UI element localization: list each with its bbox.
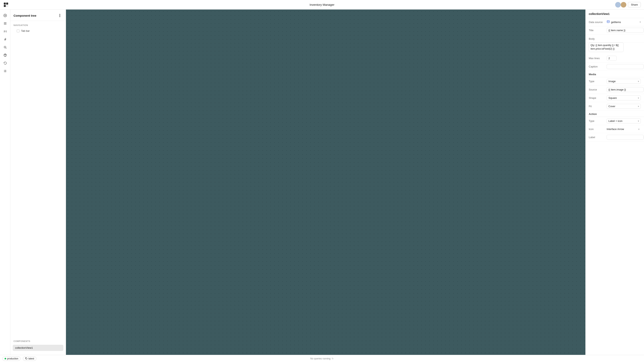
svg-point-17 <box>60 15 60 16</box>
svg-point-19 <box>60 16 60 17</box>
bottom-bar: production latest No queries running ↻ <box>0 355 644 362</box>
avatar-1[interactable] <box>615 2 621 7</box>
body-label: Body <box>589 37 607 40</box>
caption-input[interactable] <box>607 64 644 69</box>
svg-rect-1 <box>6 2 8 4</box>
right-panel-header: collectionView1 <box>586 9 644 18</box>
shape-select[interactable]: Square ▾ <box>607 95 641 100</box>
datasource-label: Data source <box>589 21 607 24</box>
svg-point-21 <box>26 358 26 358</box>
action-type-select[interactable]: Label + icon ▾ <box>607 119 641 123</box>
refresh-icon[interactable]: ↻ <box>332 357 334 360</box>
component-tree-action[interactable] <box>57 13 62 18</box>
db-icon <box>607 20 610 24</box>
left-panel: Component tree NAVIGATION Tab bar COMPON… <box>10 9 66 355</box>
app-logo <box>3 2 9 7</box>
body-textarea-row: Qty: {{ item.quantity }} • ${{ item.pric… <box>586 42 644 54</box>
avatar-2[interactable] <box>621 2 626 7</box>
canvas-area[interactable] <box>66 9 586 355</box>
media-source-label: Source <box>589 88 607 91</box>
history-icon[interactable] <box>2 59 9 67</box>
media-source-input[interactable] <box>607 87 644 92</box>
production-dot <box>4 358 6 360</box>
datasource-row: Data source getItems ▾ <box>586 18 644 26</box>
max-lines-input[interactable] <box>607 56 616 61</box>
lightning-icon[interactable] <box>2 36 9 43</box>
body-section-row: Body <box>586 34 644 42</box>
svg-rect-2 <box>4 5 6 7</box>
cube-icon[interactable] <box>2 52 9 59</box>
media-type-value: Image <box>608 80 638 83</box>
shape-value: Square <box>608 96 638 99</box>
max-lines-label: Max lines <box>589 57 607 60</box>
svg-point-16 <box>4 70 6 71</box>
tag-icon <box>25 357 28 360</box>
title-row: Title <box>586 26 644 34</box>
fit-value: Cover <box>608 105 638 108</box>
action-label-label: Label <box>589 136 607 139</box>
icon-close-button[interactable]: × <box>637 127 641 131</box>
datasource-text: getItems <box>611 21 638 24</box>
icon-sidebar <box>0 9 10 355</box>
nav-item-tabbar[interactable]: Tab bar <box>10 28 66 34</box>
left-panel-header: Component tree <box>10 9 66 21</box>
datasource-chevron-icon[interactable]: ▾ <box>640 21 641 23</box>
media-type-row: Type Image ▾ <box>586 77 644 86</box>
latest-badge[interactable]: latest <box>23 357 36 361</box>
component-item-collectionview[interactable]: collectionView1 <box>13 345 64 351</box>
action-type-row: Type Label + icon ▾ <box>586 117 644 125</box>
action-type-label: Type <box>589 120 607 122</box>
add-button[interactable] <box>2 12 9 19</box>
fit-chevron-icon: ▾ <box>638 105 639 108</box>
component-tree-title: Component tree <box>14 14 36 17</box>
shape-chevron-icon: ▾ <box>638 97 639 99</box>
svg-rect-3 <box>6 5 8 7</box>
media-type-chevron-icon: ▾ <box>638 80 639 83</box>
caption-label: Caption <box>589 65 607 68</box>
action-type-chevron-icon: ▾ <box>638 120 639 122</box>
icon-row: Icon Interface Arrow × <box>586 125 644 133</box>
svg-rect-0 <box>4 2 6 4</box>
canvas-dots <box>66 9 586 355</box>
action-label-row: Label × <box>586 133 644 142</box>
components-section-label: COMPONENTS <box>10 338 66 344</box>
action-section-label: Action <box>586 111 644 117</box>
action-type-value: Label + icon <box>608 120 638 122</box>
latest-label: latest <box>28 357 34 360</box>
search-icon[interactable] <box>2 44 9 51</box>
share-button[interactable]: Share <box>628 2 641 7</box>
main-layout: Component tree NAVIGATION Tab bar COMPON… <box>0 9 644 355</box>
tabbar-checkbox[interactable] <box>17 29 20 32</box>
media-type-label: Type <box>589 80 607 83</box>
function-icon[interactable] <box>2 28 9 35</box>
settings-icon[interactable] <box>2 67 9 75</box>
icon-value: Interface Arrow <box>607 128 637 131</box>
shape-label: Shape <box>589 96 607 99</box>
media-type-select[interactable]: Image ▾ <box>607 79 641 84</box>
action-label-input[interactable] <box>607 135 644 140</box>
svg-point-18 <box>60 14 60 15</box>
svg-point-20 <box>607 20 610 21</box>
fit-select[interactable]: Cover ▾ <box>607 104 641 109</box>
list-icon[interactable] <box>2 20 9 27</box>
media-section-label: Media <box>586 71 644 77</box>
production-label: production <box>7 357 18 360</box>
svg-line-13 <box>6 48 6 49</box>
nav-item-tabbar-label: Tab bar <box>21 29 30 32</box>
max-lines-row: Max lines <box>586 54 644 62</box>
fit-label: Fit <box>589 105 607 108</box>
body-textarea[interactable]: Qty: {{ item.quantity }} • ${{ item.pric… <box>589 42 624 52</box>
media-source-row: Source <box>586 86 644 94</box>
icon-label: Icon <box>589 128 607 131</box>
right-panel: collectionView1 Data source getItems ▾ T… <box>586 9 644 355</box>
caption-row: Caption <box>586 62 644 71</box>
page-title: Inventory Manager <box>310 3 334 6</box>
status-bar: No queries running ↻ <box>310 357 334 360</box>
title-label: Title <box>589 29 607 32</box>
production-badge[interactable]: production <box>2 357 20 361</box>
navigation-section-label: NAVIGATION <box>10 21 66 28</box>
topbar-right: Share <box>615 2 641 7</box>
status-text: No queries running <box>310 357 330 360</box>
title-input[interactable] <box>607 28 644 33</box>
datasource-value: getItems ▾ <box>607 20 641 24</box>
